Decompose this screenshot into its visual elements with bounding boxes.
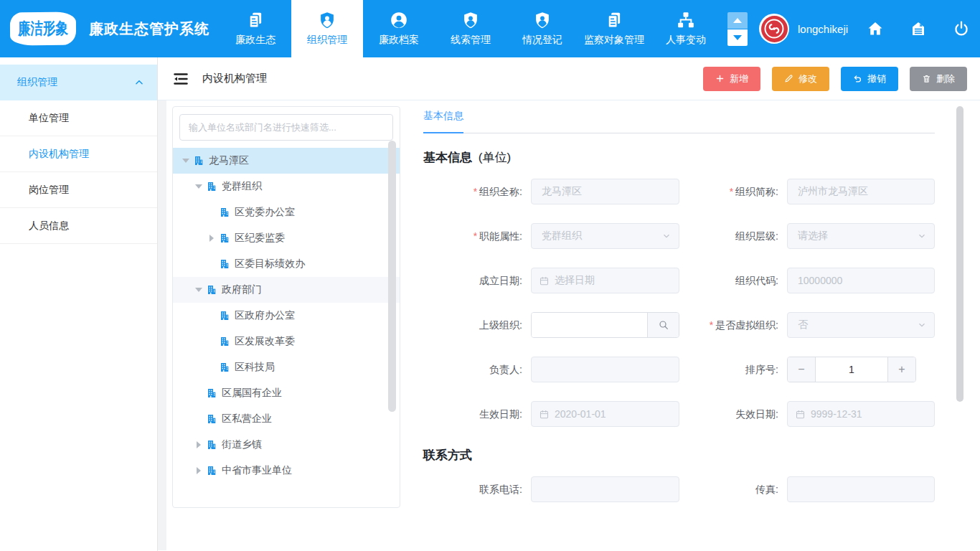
caret-placeholder xyxy=(206,362,217,373)
fax-input[interactable] xyxy=(787,476,935,502)
org-tree: 龙马潭区 党群组织 xyxy=(173,148,400,484)
tree-node[interactable]: 区纪委监委 xyxy=(173,225,400,251)
tree-node[interactable]: 区发展改革委 xyxy=(173,329,400,354)
add-button[interactable]: 新增 xyxy=(703,67,760,91)
tree-node[interactable]: 街道乡镇 xyxy=(173,432,400,458)
tree-search-input[interactable] xyxy=(179,114,393,141)
label-phone: 联系电话: xyxy=(423,476,531,502)
org-level-select[interactable]: 请选择 xyxy=(787,223,935,249)
stepper-minus-button[interactable]: − xyxy=(788,357,816,382)
section-contact-title: 联系方式 xyxy=(423,447,935,463)
sidebar-item-2[interactable]: 岗位管理 xyxy=(0,172,157,208)
building-icon xyxy=(219,232,230,244)
exp-date-picker[interactable]: 9999-12-31 xyxy=(787,401,935,427)
edit-button[interactable]: 修改 xyxy=(772,67,829,91)
section-basic-title: 基本信息 (单位) xyxy=(423,149,935,166)
power-icon[interactable] xyxy=(953,20,970,37)
caret-right-icon xyxy=(193,439,204,451)
virtual-org-select[interactable]: 否 xyxy=(787,312,935,338)
parent-org-input[interactable] xyxy=(532,313,647,337)
archive-icon[interactable] xyxy=(910,20,927,37)
caret-down-icon xyxy=(180,155,192,166)
top-actions xyxy=(867,20,970,37)
nav-scroller xyxy=(727,12,748,46)
org-tree-panel: 龙马潭区 党群组织 xyxy=(172,106,400,508)
nav-item-2[interactable]: 廉政档案 xyxy=(363,0,435,57)
caret-placeholder xyxy=(206,258,217,270)
org-short-input[interactable] xyxy=(787,179,935,204)
toolbar: 内设机构管理 新增 修改 撤销 删除 xyxy=(158,57,980,100)
undo-icon xyxy=(853,74,862,83)
label-org-code: 组织代码: xyxy=(679,268,787,293)
sort-no-value[interactable]: 1 xyxy=(816,357,887,382)
minus-icon: − xyxy=(798,363,804,376)
sidebar-group-label: 组织管理 xyxy=(17,76,57,89)
caret-right-icon xyxy=(206,232,217,244)
chevron-down-icon xyxy=(661,231,672,241)
tree-node[interactable]: 区私营企业 xyxy=(173,406,400,432)
nav-item-3[interactable]: 线索管理 xyxy=(435,0,507,57)
leader-input[interactable] xyxy=(531,357,679,382)
calendar-icon xyxy=(539,409,550,420)
caret-placeholder xyxy=(206,336,217,347)
nav-item-0[interactable]: 廉政生态 xyxy=(220,0,291,57)
label-leader: 负责人: xyxy=(423,357,531,382)
nav-item-1[interactable]: 组织管理 xyxy=(291,0,363,57)
func-attr-select[interactable]: 党群组织 xyxy=(531,223,679,249)
tab-basic-info[interactable]: 基本信息 xyxy=(423,110,463,133)
sidebar-item-3[interactable]: 人员信息 xyxy=(0,208,157,244)
tree-node[interactable]: 区科技局 xyxy=(173,354,400,380)
eff-date-picker[interactable]: 2020-01-01 xyxy=(531,401,679,427)
delete-button[interactable]: 删除 xyxy=(910,67,967,91)
tree-node[interactable]: 区属国有企业 xyxy=(173,380,400,406)
detail-form: 基本信息 基本信息 (单位) *组织全称: *组织简称: *职能属性: 党群组织… xyxy=(423,109,935,502)
sidebar-item-1[interactable]: 内设机构管理 xyxy=(0,136,157,172)
stepper-plus-button[interactable]: + xyxy=(887,357,915,382)
home-icon[interactable] xyxy=(867,20,884,37)
documents-icon xyxy=(246,11,265,29)
top-nav: 廉政生态 组织管理 廉政档案 线索管理 情况登记 监察对象管理 人事变动 xyxy=(220,0,722,57)
username[interactable]: longchikeji xyxy=(798,23,848,35)
building-icon xyxy=(219,362,230,373)
found-date-picker[interactable]: 选择日期 xyxy=(531,268,679,293)
building-icon xyxy=(206,387,217,399)
tree-node[interactable]: 党群组织 xyxy=(173,174,400,199)
main-body: 龙马潭区 党群组织 xyxy=(158,100,980,550)
sitemap-icon xyxy=(677,11,695,29)
tree-node[interactable]: 政府部门 xyxy=(173,277,400,303)
tree-scrollbar[interactable] xyxy=(388,141,396,412)
menu-fold-icon[interactable] xyxy=(172,70,189,88)
tree-node[interactable]: 区委目标绩效办 xyxy=(173,251,400,277)
nav-item-6[interactable]: 人事变动 xyxy=(650,0,722,57)
tree-node[interactable]: 中省市事业单位 xyxy=(173,458,400,484)
tree-node[interactable]: 区政府办公室 xyxy=(173,303,400,329)
page-scrollbar[interactable] xyxy=(956,106,963,402)
nav-item-5[interactable]: 监察对象管理 xyxy=(578,0,650,57)
tab-row: 基本信息 xyxy=(423,109,935,133)
caret-right-icon xyxy=(193,465,204,476)
label-org-short: *组织简称: xyxy=(679,179,787,204)
building-icon xyxy=(206,439,217,451)
sidebar-item-0[interactable]: 单位管理 xyxy=(0,100,157,136)
nav-scroll-up-button[interactable] xyxy=(727,12,748,29)
trash-icon xyxy=(922,74,931,83)
org-full-input[interactable] xyxy=(531,179,679,204)
phone-input[interactable] xyxy=(531,476,679,502)
building-icon xyxy=(206,413,217,425)
undo-button[interactable]: 撤销 xyxy=(841,67,898,91)
nav-item-4[interactable]: 情况登记 xyxy=(507,0,578,57)
label-eff-date: 生效日期: xyxy=(423,401,531,427)
caret-placeholder xyxy=(206,310,217,321)
sidebar-group-org-mgmt[interactable]: 组织管理 xyxy=(0,65,157,100)
tree-node[interactable]: 区党委办公室 xyxy=(173,199,400,225)
nav-scroll-down-button[interactable] xyxy=(727,29,748,46)
avatar[interactable] xyxy=(759,14,789,44)
search-icon xyxy=(658,319,669,331)
sidebar-items: 单位管理 内设机构管理 岗位管理 人员信息 xyxy=(0,100,157,244)
user-circle-icon xyxy=(390,11,408,29)
tree-node[interactable]: 龙马潭区 xyxy=(173,148,400,174)
parent-org-search-button[interactable] xyxy=(647,313,679,337)
label-found-date: 成立日期: xyxy=(423,268,531,293)
label-org-level: 组织层级: xyxy=(679,223,787,249)
org-code-input[interactable] xyxy=(787,268,935,293)
